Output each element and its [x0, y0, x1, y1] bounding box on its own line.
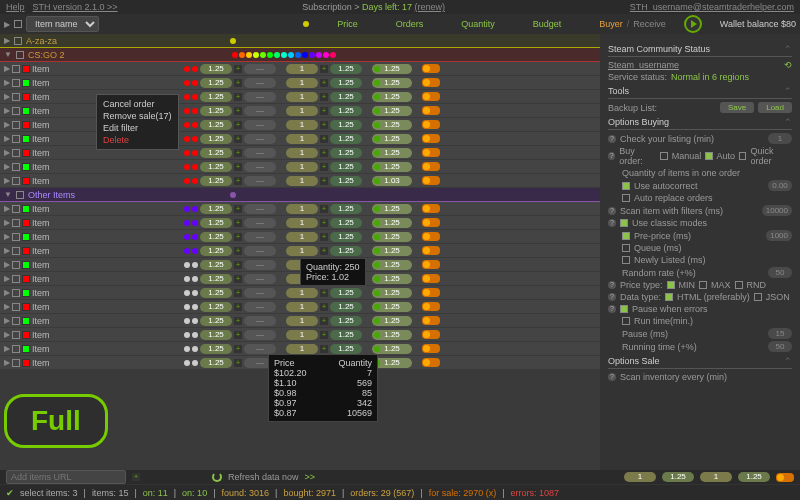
steam-username-link[interactable]: Steam_username [608, 60, 679, 70]
quantity-value[interactable]: 1 [286, 148, 318, 158]
item-row[interactable]: ▶ Item 1.25 + — 1 + 1.25 1.25 [0, 76, 600, 90]
row-toggle[interactable] [422, 260, 440, 269]
min-checkbox[interactable] [667, 281, 675, 289]
quantity-value[interactable]: 1 [286, 204, 318, 214]
options-buying-header[interactable]: Options Buying [608, 117, 669, 127]
buyer-value[interactable]: 1.25 [372, 316, 412, 326]
item-row[interactable]: ▶ Item 1.25 + — 1 + 1.25 1.25 [0, 202, 600, 216]
quick-checkbox[interactable] [739, 152, 746, 160]
quantity-value[interactable]: 1 [286, 246, 318, 256]
orders-value[interactable]: — [244, 302, 276, 312]
color-swatch-icon[interactable] [22, 205, 30, 213]
refresh-icon[interactable] [212, 472, 222, 482]
price-value[interactable]: 1.25 [200, 232, 232, 242]
buyer-value[interactable]: 1.03 [372, 176, 412, 186]
orders-value[interactable]: — [244, 64, 276, 74]
budget-value[interactable]: 1.25 [330, 204, 362, 214]
buyer-value[interactable]: 1.25 [372, 344, 412, 354]
row-toggle[interactable] [422, 92, 440, 101]
color-swatch-icon[interactable] [22, 149, 30, 157]
buyer-value[interactable]: 1.25 [372, 274, 412, 284]
price-value[interactable]: 1.25 [200, 92, 232, 102]
row-toggle[interactable] [422, 316, 440, 325]
orders-value[interactable]: — [244, 246, 276, 256]
price-value[interactable]: 1.25 [200, 344, 232, 354]
row-checkbox[interactable] [12, 121, 20, 129]
row-toggle[interactable] [422, 120, 440, 129]
manual-checkbox[interactable] [660, 152, 667, 160]
sync-icon[interactable]: ⟲ [784, 60, 792, 70]
color-swatch-icon[interactable] [22, 317, 30, 325]
color-swatch-icon[interactable] [22, 79, 30, 87]
buyer-value[interactable]: 1.25 [372, 218, 412, 228]
version-link[interactable]: STH version 2.1.0 >> [33, 2, 118, 12]
group-header-csgo[interactable]: ▼ CS:GO 2 [0, 48, 600, 62]
quantity-value[interactable]: 1 [286, 78, 318, 88]
row-checkbox[interactable] [12, 65, 20, 73]
orders-value[interactable]: — [244, 106, 276, 116]
item-row[interactable]: ▶ Item 1.25 + — 1 + 1.25 1.03 [0, 174, 600, 188]
buyer-value[interactable]: 1.25 [372, 78, 412, 88]
status-section-header[interactable]: Steam Community Status [608, 44, 710, 54]
quantity-value[interactable]: 1 [286, 232, 318, 242]
orders-value[interactable]: — [244, 148, 276, 158]
context-menu[interactable]: Cancel order Remove sale (17) Edit filte… [96, 94, 179, 150]
orders-value[interactable]: — [244, 274, 276, 284]
row-checkbox[interactable] [12, 303, 20, 311]
buyer-value[interactable]: 1.25 [372, 148, 412, 158]
item-row[interactable]: ▶ Item 1.25 + — 1 + 1.25 1.25 [0, 244, 600, 258]
row-toggle[interactable] [422, 288, 440, 297]
price-value[interactable]: 1.25 [200, 302, 232, 312]
quantity-value[interactable]: 1 [286, 162, 318, 172]
load-button[interactable]: Load [758, 102, 792, 113]
quantity-value[interactable]: 1 [286, 120, 318, 130]
orders-value[interactable]: — [244, 204, 276, 214]
budget-value[interactable]: 1.25 [330, 92, 362, 102]
buyer-value[interactable]: 1.25 [372, 288, 412, 298]
quantity-value[interactable]: 1 [286, 218, 318, 228]
color-swatch-icon[interactable] [22, 121, 30, 129]
row-checkbox[interactable] [12, 317, 20, 325]
price-header[interactable]: Price [337, 19, 358, 29]
options-sale-header[interactable]: Options Sale [608, 356, 660, 366]
orders-value[interactable]: — [244, 232, 276, 242]
select-all-checkbox[interactable] [14, 20, 22, 28]
color-swatch-icon[interactable] [22, 261, 30, 269]
row-toggle[interactable] [422, 204, 440, 213]
row-toggle[interactable] [422, 106, 440, 115]
rnd-checkbox[interactable] [735, 281, 743, 289]
budget-value[interactable]: 1.25 [330, 106, 362, 116]
budget-value[interactable]: 1.25 [330, 344, 362, 354]
item-name-select[interactable]: Item name [26, 16, 99, 32]
buyer-value[interactable]: 1.25 [372, 358, 412, 368]
autocorrect-checkbox[interactable] [622, 182, 630, 190]
row-toggle[interactable] [422, 218, 440, 227]
color-swatch-icon[interactable] [22, 177, 30, 185]
play-button[interactable] [684, 15, 702, 33]
row-toggle[interactable] [422, 358, 440, 367]
orders-value[interactable]: — [244, 316, 276, 326]
color-swatch-icon[interactable] [22, 163, 30, 171]
item-row[interactable]: ▶ Item 1.25 + — 1 + 1.25 1.25 [0, 216, 600, 230]
budget-value[interactable]: 1.25 [330, 134, 362, 144]
item-row[interactable]: ▶ Item 1.25 + — 1 + 1.25 1.25 [0, 160, 600, 174]
row-checkbox[interactable] [12, 359, 20, 367]
buyer-value[interactable]: 1.25 [372, 162, 412, 172]
row-toggle[interactable] [422, 344, 440, 353]
color-swatch-icon[interactable] [22, 65, 30, 73]
row-checkbox[interactable] [12, 345, 20, 353]
color-swatch-icon[interactable] [22, 219, 30, 227]
price-value[interactable]: 1.25 [200, 218, 232, 228]
budget-value[interactable]: 1.25 [330, 148, 362, 158]
json-checkbox[interactable] [754, 293, 762, 301]
row-checkbox[interactable] [12, 219, 20, 227]
row-toggle[interactable] [422, 64, 440, 73]
orders-value[interactable]: — [244, 92, 276, 102]
row-checkbox[interactable] [12, 79, 20, 87]
budget-value[interactable]: 1.25 [330, 218, 362, 228]
color-swatch-icon[interactable] [22, 93, 30, 101]
quantity-value[interactable]: 1 [286, 330, 318, 340]
quantity-header[interactable]: Quantity [461, 19, 495, 29]
buyer-value[interactable]: 1.25 [372, 106, 412, 116]
row-checkbox[interactable] [12, 261, 20, 269]
